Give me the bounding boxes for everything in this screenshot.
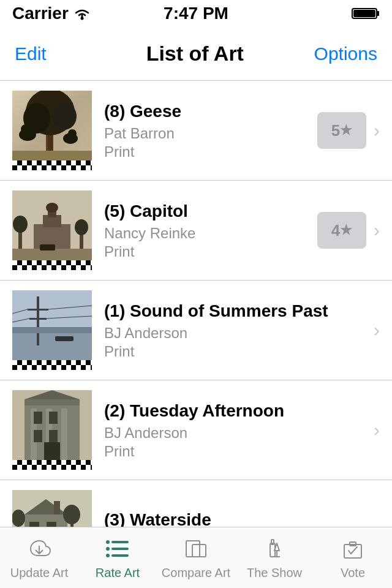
tab-compare-art[interactable]: Compare Art: [157, 530, 235, 585]
svg-rect-55: [54, 501, 60, 514]
art-medium: Print: [104, 343, 374, 360]
svg-rect-28: [28, 309, 48, 311]
svg-point-59: [12, 510, 25, 527]
svg-point-10: [21, 124, 31, 134]
thumbnail-checker: [12, 360, 92, 370]
rating-badge: 5★: [317, 112, 366, 149]
svg-rect-35: [55, 336, 74, 341]
tab-rate-art-label: Rate Art: [96, 566, 140, 580]
art-info: (2) Tuesday Afternoon BJ Anderson Print: [104, 400, 374, 460]
art-artist: Pat Barron: [104, 125, 317, 142]
art-title: (2) Tuesday Afternoon: [104, 400, 374, 422]
tab-rate-art[interactable]: Rate Art: [78, 530, 157, 585]
thumbnail-checker: [12, 160, 92, 170]
art-info: (1) Sound of Summers Past BJ Anderson Pr…: [104, 300, 374, 360]
art-list: (8) Geese Pat Barron Print 5★ ›: [0, 81, 392, 580]
tab-the-show-label: The Show: [247, 566, 302, 580]
svg-point-22: [75, 219, 88, 235]
svg-rect-3: [353, 10, 375, 17]
svg-rect-43: [34, 430, 42, 442]
art-rating-area: 4★ ›: [317, 212, 380, 249]
art-artist: BJ Anderson: [104, 325, 374, 342]
list-item[interactable]: (5) Capitol Nancy Reinke Print 4★ ›: [0, 181, 392, 281]
options-button[interactable]: Options: [314, 43, 377, 64]
svg-point-65: [106, 554, 110, 557]
status-bar: Carrier 7:47 PM: [0, 0, 392, 27]
art-title: (8) Geese: [104, 100, 317, 123]
art-rating-area: ›: [374, 320, 380, 341]
thumbnail-checker: [12, 260, 92, 270]
art-thumbnail-geese: [12, 91, 92, 170]
svg-point-0: [80, 17, 83, 20]
svg-rect-46: [24, 399, 80, 405]
art-thumbnail-summers: [12, 290, 92, 370]
svg-rect-64: [111, 548, 129, 550]
star-icon: ★: [340, 222, 352, 238]
art-thumbnail-tuesday: [12, 390, 92, 470]
tab-update-art-label: Update Art: [10, 566, 69, 580]
tab-the-show[interactable]: The Show: [235, 530, 314, 585]
chevron-right-icon: ›: [374, 420, 380, 440]
art-rating-area: 5★ ›: [317, 112, 380, 149]
svg-point-63: [106, 547, 110, 551]
svg-rect-26: [12, 333, 92, 360]
svg-point-12: [68, 129, 77, 138]
tab-compare-art-label: Compare Art: [162, 566, 230, 580]
list-item[interactable]: (2) Tuesday Afternoon BJ Anderson Print …: [0, 380, 392, 480]
svg-rect-29: [29, 318, 47, 320]
rate-art-icon: [103, 535, 132, 562]
svg-rect-24: [40, 244, 55, 251]
art-medium: Print: [104, 143, 317, 160]
art-artist: BJ Anderson: [104, 424, 374, 442]
status-time: 7:47 PM: [164, 4, 228, 23]
nav-bar: Edit List of Art Options: [0, 27, 392, 81]
tab-vote-label: Vote: [341, 566, 365, 580]
page-title: List of Art: [146, 42, 244, 66]
art-medium: Print: [104, 443, 374, 460]
status-right: [352, 7, 380, 20]
svg-rect-2: [377, 11, 379, 16]
rating-badge: 4★: [317, 212, 366, 249]
battery-icon: [352, 7, 380, 20]
chevron-right-icon: ›: [374, 220, 380, 241]
svg-point-61: [106, 540, 110, 544]
svg-rect-66: [111, 554, 129, 557]
art-artist: Nancy Reinke: [104, 225, 317, 242]
tab-vote[interactable]: Vote: [314, 530, 392, 585]
svg-rect-42: [49, 412, 58, 424]
tab-update-art[interactable]: Update Art: [0, 530, 78, 585]
chevron-right-icon: ›: [374, 320, 380, 341]
svg-line-76: [351, 547, 357, 554]
chevron-right-icon: ›: [374, 120, 380, 141]
the-show-icon: [260, 535, 289, 562]
edit-button[interactable]: Edit: [15, 43, 76, 64]
svg-point-57: [63, 505, 80, 524]
compare-art-icon: [181, 535, 211, 562]
svg-rect-44: [49, 430, 58, 442]
svg-rect-27: [37, 296, 39, 345]
svg-rect-13: [12, 151, 92, 160]
art-info: (5) Capitol Nancy Reinke Print: [104, 200, 317, 260]
art-info: (8) Geese Pat Barron Print: [104, 100, 317, 160]
vote-icon: [338, 535, 368, 562]
list-item[interactable]: (1) Sound of Summers Past BJ Anderson Pr…: [0, 281, 392, 380]
carrier-label: Carrier: [12, 4, 69, 23]
svg-rect-45: [44, 442, 60, 460]
svg-rect-41: [34, 412, 42, 424]
status-left: Carrier: [12, 4, 91, 23]
svg-point-8: [52, 103, 77, 130]
wifi-icon: [74, 7, 91, 20]
tab-bar: Update Art Rate Art Compare Art: [0, 527, 392, 588]
svg-rect-25: [12, 290, 92, 333]
svg-rect-62: [111, 541, 129, 543]
art-title: (1) Sound of Summers Past: [104, 300, 374, 322]
svg-point-20: [13, 216, 28, 233]
art-list-container: (8) Geese Pat Barron Print 5★ ›: [0, 81, 392, 588]
art-title: (5) Capitol: [104, 200, 317, 222]
art-rating-area: ›: [374, 420, 380, 440]
art-medium: Print: [104, 243, 317, 260]
update-art-icon: [24, 535, 54, 562]
svg-rect-40: [61, 409, 67, 460]
svg-point-18: [46, 203, 58, 213]
list-item[interactable]: (8) Geese Pat Barron Print 5★ ›: [0, 81, 392, 181]
